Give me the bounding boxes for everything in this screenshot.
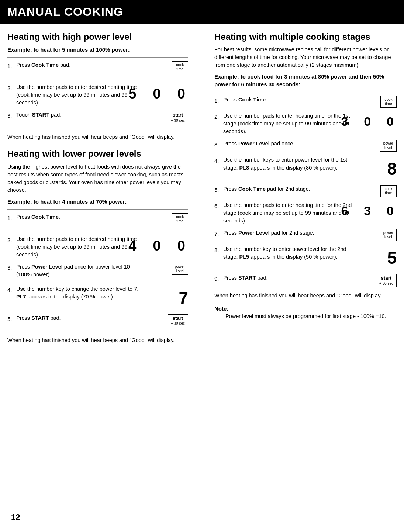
start-label: START: [238, 275, 256, 281]
step-visual: powerlevel: [356, 229, 397, 241]
step-num: 3.: [7, 264, 16, 272]
step-left1-2: 2. Use the number pads to enter desired …: [7, 83, 188, 107]
step-num: 7.: [214, 230, 223, 238]
page-title: MANUAL COOKING: [7, 4, 397, 20]
step-text: Press Power Level pad once for power lev…: [16, 263, 140, 279]
step-right-7: 7. Press Power Level pad for 2nd stage. …: [214, 229, 397, 241]
section-high-power: Heating with high power level Example: t…: [7, 31, 188, 141]
step-right-3: 3. Press Power Level pad once. powerleve…: [214, 140, 397, 152]
step-num: 2.: [7, 236, 16, 244]
cook-time-pad[interactable]: cooktime: [380, 96, 397, 108]
step-num: 5.: [7, 315, 16, 323]
step-num: 9.: [214, 275, 223, 283]
section2-example: Example: to heat for 4 minutes at 70% po…: [7, 198, 188, 205]
page-number: 12: [11, 512, 20, 523]
cook-time-label: Cook Time: [238, 97, 266, 103]
right-example: Example: to cook food for 3 minutes at 8…: [214, 73, 397, 88]
cook-time-pad[interactable]: cooktime: [172, 213, 188, 225]
step-num: 1.: [7, 214, 16, 222]
start-pad[interactable]: start+ 30 sec: [168, 111, 188, 124]
step-right-6: 6. Use the number pads to enter heating …: [214, 201, 397, 225]
step-left2-4: 4. Use the number key to change the powe…: [7, 285, 188, 310]
step-right-8: 8. Use the number key to enter power lev…: [214, 245, 397, 270]
note-section: Note: Power level must always be program…: [214, 305, 397, 320]
step-visual: cooktime: [140, 61, 188, 73]
step-visual: cooktime: [356, 96, 397, 108]
step-num: 1.: [7, 62, 16, 70]
step-num: 2.: [7, 84, 16, 92]
step-text: Press Cook Time.: [16, 213, 140, 221]
step-num: 5.: [214, 186, 223, 194]
step-right-4: 4. Use the number keys to enter power le…: [214, 156, 397, 180]
power-level-label: Power Level: [31, 264, 63, 270]
cook-time-pad[interactable]: cooktime: [172, 61, 188, 73]
power-level-label: Power Level: [238, 141, 270, 146]
section1-title: Heating with high power level: [7, 31, 188, 43]
cook-time-label: Cook Time: [31, 62, 59, 68]
step-num: 6.: [214, 202, 223, 210]
digits-display: 5 0 0: [128, 84, 188, 104]
left-column: Heating with high power level Example: t…: [7, 31, 188, 348]
step-visual: 8: [356, 156, 397, 180]
power-level-pad[interactable]: powerlevel: [380, 229, 397, 241]
step-visual: 5 0 0: [140, 83, 188, 104]
step-visual: start+ 30 sec: [356, 274, 397, 287]
step-right-5: 5. Press Cook Time pad for 2nd stage. co…: [214, 185, 397, 197]
column-divider: [201, 31, 201, 348]
step-left1-1: 1. Press Cook Time pad. cooktime: [7, 61, 188, 79]
start-pad[interactable]: start+ 30 sec: [376, 274, 397, 287]
right-column: Heating with multiple cooking stages For…: [214, 31, 397, 348]
right-intro: For best results, some microwave recipes…: [214, 46, 397, 69]
note-body: Power level must always be programmed fo…: [225, 312, 397, 320]
page-content: Heating with high power level Example: t…: [0, 31, 404, 348]
step-left1-3: 3. Touch START pad. start+ 30 sec: [7, 111, 188, 129]
step-text: Use the number pads to enter heating tim…: [223, 112, 356, 135]
step-num: 3.: [214, 141, 223, 148]
step-num: 1.: [214, 97, 223, 104]
start-label: START: [31, 315, 49, 321]
step-num: 2.: [214, 113, 223, 121]
digits-display: 6 3 0: [341, 202, 397, 220]
pl7-label: PL7: [16, 294, 26, 300]
cook-time-pad[interactable]: cooktime: [380, 185, 397, 197]
step-left2-5: 5. Press START pad. start+ 30 sec: [7, 314, 188, 332]
start-label: START: [32, 112, 49, 118]
right-section-title: Heating with multiple cooking stages: [214, 31, 397, 43]
step-num: 8.: [214, 246, 223, 254]
step-visual: 5: [356, 245, 397, 270]
step-visual: cooktime: [140, 213, 188, 225]
note-title: Note:: [214, 305, 397, 312]
step-num: 4.: [7, 286, 16, 294]
step-visual: powerlevel: [356, 140, 397, 152]
pl5-label: PL5: [239, 254, 249, 260]
step-text: Use the number pads to enter desired hea…: [16, 83, 140, 107]
section2-after: When heating has finished you will hear …: [7, 336, 188, 344]
step-text: Use the number pads to enter desired hea…: [16, 235, 140, 259]
step-visual: powerlevel: [140, 263, 188, 275]
step-right-1: 1. Press Cook Time. cooktime: [214, 96, 397, 108]
cook-time-label: Cook Time: [238, 186, 266, 192]
digits-display: 3 0 0: [341, 113, 397, 131]
section-lower-power: Heating with lower power levels Using th…: [7, 148, 188, 344]
digit-display: 7: [179, 286, 188, 310]
section1-example: Example: to heat for 5 minutes at 100% p…: [7, 46, 188, 53]
step-text: Press Cook Time pad for 2nd stage.: [223, 185, 356, 193]
digit-display: 8: [387, 157, 397, 180]
power-level-pad[interactable]: powerlevel: [380, 140, 397, 152]
start-pad[interactable]: start+ 30 sec: [168, 314, 188, 328]
cook-time-label: Cook Time: [31, 214, 59, 220]
step-visual: cooktime: [356, 185, 397, 197]
step-text: Use the number key to enter power level …: [223, 245, 356, 261]
right-after: When heating has finished you will hear …: [214, 292, 397, 300]
step-text: Press START pad.: [16, 314, 140, 322]
power-level-pad[interactable]: powerlevel: [172, 263, 188, 275]
step-text: Press Power Level pad for 2nd stage.: [223, 229, 356, 237]
step-visual: 3 0 0: [356, 112, 397, 131]
step-left2-1: 1. Press Cook Time. cooktime: [7, 213, 188, 231]
digits-display: 4 0 0: [128, 236, 188, 256]
step-right-9: 9. Press START pad. start+ 30 sec: [214, 274, 397, 287]
page-header: MANUAL COOKING: [0, 0, 404, 24]
section1-after: When heating has finished you will hear …: [7, 133, 188, 141]
step-text: Touch START pad.: [16, 111, 140, 119]
step-visual: 7: [140, 285, 188, 310]
